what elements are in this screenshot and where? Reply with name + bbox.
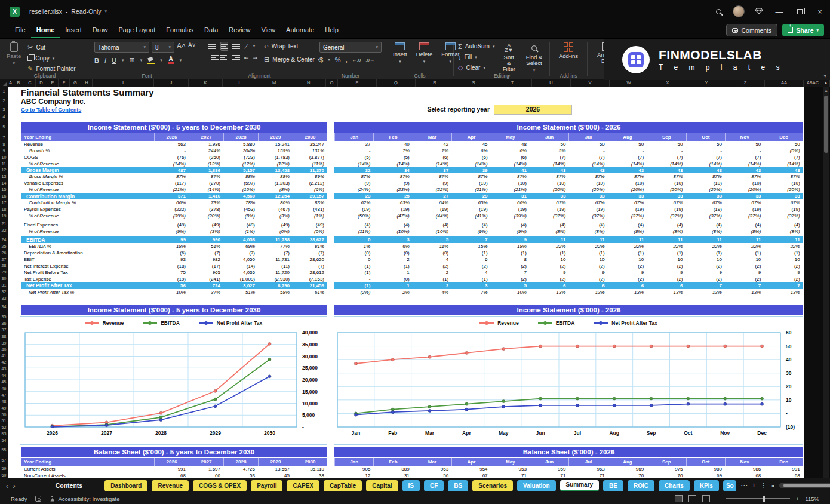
row-header-22[interactable]: 22 <box>0 228 8 233</box>
row-header-3[interactable]: 3 <box>0 107 8 113</box>
sheet-tab-so[interactable]: So <box>723 480 736 491</box>
column-header-I[interactable]: I <box>93 79 154 87</box>
row-header-51[interactable]: 51 <box>0 418 8 424</box>
row-header-31[interactable]: 31 <box>0 282 8 288</box>
number-format-select[interactable]: General▾ <box>319 42 382 53</box>
table-of-contents-link[interactable]: Go to Table of Contents <box>21 107 81 113</box>
currency-icon[interactable]: $ <box>319 56 323 63</box>
account-avatar[interactable] <box>728 0 749 23</box>
font-name-select[interactable]: Tahoma▾ <box>94 42 149 53</box>
row-header-1[interactable]: 1 <box>0 88 8 94</box>
sheet-tab-capital[interactable]: Capital <box>366 480 398 491</box>
zoom-level[interactable]: 115% <box>805 496 819 502</box>
paste-button[interactable]: Paste▾ <box>4 42 23 67</box>
sheet-tab-charts[interactable]: Charts <box>659 480 690 491</box>
row-header-39[interactable]: 39 <box>0 340 8 346</box>
sheet-tab-valuation[interactable]: Valuation <box>517 480 555 491</box>
align-middle-icon[interactable] <box>220 42 228 51</box>
column-header-G[interactable]: G <box>70 79 81 87</box>
normal-view-icon[interactable] <box>675 495 683 502</box>
align-bottom-icon[interactable] <box>232 44 240 49</box>
zoom-out-icon[interactable]: − <box>716 496 720 502</box>
wrap-text-button[interactable]: ↩Wrap Text <box>264 42 319 51</box>
column-header-E[interactable]: E <box>47 79 59 87</box>
sheet-tab-summary[interactable]: Summary <box>560 480 600 491</box>
row-header-26[interactable]: 26 <box>0 250 8 256</box>
row-header-46[interactable]: 46 <box>0 386 8 392</box>
macro-record-icon[interactable] <box>35 496 41 502</box>
search-button[interactable] <box>708 0 728 23</box>
sheet-tab-cf[interactable]: CF <box>424 480 444 491</box>
column-header-A[interactable]: A <box>8 79 13 87</box>
column-header-R[interactable]: R <box>416 79 454 87</box>
find-select-button[interactable]: Find & Select▾ <box>523 42 545 74</box>
row-header-12[interactable]: 12 <box>0 167 8 173</box>
more-tabs-icon[interactable]: ⋯ <box>740 481 748 490</box>
tabs-next-icon[interactable]: › <box>13 481 15 490</box>
sheet-tab-cogs-opex[interactable]: COGS & OPEX <box>193 480 247 491</box>
sheet-tab-be[interactable]: BE <box>603 480 623 491</box>
menu-item-draw[interactable]: Draw <box>87 23 113 38</box>
premium-gem-button[interactable] <box>749 0 769 23</box>
clear-button[interactable]: ◇Clear▾ <box>458 63 494 72</box>
accessibility-status[interactable]: Accessibility: Investigate <box>58 496 119 502</box>
close-button[interactable]: × <box>810 0 830 23</box>
zoom-slider[interactable] <box>726 498 790 499</box>
decrease-decimal-icon[interactable]: .0→ <box>365 57 374 63</box>
row-header-55[interactable]: 55 <box>0 447 8 453</box>
collapse-ribbon-icon[interactable]: ▾ <box>823 73 826 79</box>
align-right-icon[interactable] <box>232 55 240 60</box>
column-header-S[interactable]: S <box>454 79 493 87</box>
font-size-select[interactable]: 8▾ <box>152 42 174 53</box>
bold-button[interactable]: B <box>94 57 99 64</box>
horizontal-scroll-thumb[interactable] <box>783 484 830 487</box>
row-header-53[interactable]: 53 <box>0 431 8 437</box>
align-center-icon[interactable] <box>220 55 228 60</box>
row-header-28[interactable]: 28 <box>0 263 8 269</box>
row-header-48[interactable]: 48 <box>0 399 8 405</box>
comments-button[interactable]: Comments <box>726 24 778 36</box>
scroll-up-corner-icon[interactable]: ▲ <box>822 79 830 87</box>
select-all-corner[interactable] <box>0 79 8 87</box>
zoom-slider-thumb[interactable] <box>763 496 765 502</box>
tabs-prev-icon[interactable]: ‹ <box>6 481 8 490</box>
column-header-U[interactable]: U <box>532 79 571 87</box>
row-header-47[interactable]: 47 <box>0 392 8 398</box>
sheet-tab-captable[interactable]: CapTable <box>324 480 362 491</box>
share-button[interactable]: Share▾ <box>782 24 824 36</box>
column-header-Y[interactable]: Y <box>687 79 726 87</box>
column-header-P[interactable]: P <box>338 79 377 87</box>
hscroll-left-icon[interactable]: ◂ <box>771 483 774 488</box>
sheet-tab-kpis[interactable]: KPIs <box>694 480 719 491</box>
column-header-F[interactable]: F <box>59 79 70 87</box>
row-header-30[interactable]: 30 <box>0 276 8 282</box>
increase-indent-icon[interactable]: ⇥ <box>253 55 258 61</box>
fill-color-icon[interactable] <box>147 57 155 63</box>
row-header-2[interactable]: 2 <box>0 98 8 104</box>
sheet-tab-is[interactable]: IS <box>402 480 420 491</box>
align-top-icon[interactable] <box>208 44 216 49</box>
row-header-9[interactable]: 9 <box>0 148 8 154</box>
row-header-36[interactable]: 36 <box>0 321 8 327</box>
format-painter-button[interactable]: ✎Format Painter <box>27 64 75 73</box>
increase-decimal-icon[interactable]: ←.0 <box>352 57 361 63</box>
column-header-Q[interactable]: Q <box>377 79 416 87</box>
row-header-42[interactable]: 42 <box>0 359 8 365</box>
column-header-Z[interactable]: Z <box>726 79 765 87</box>
cut-button[interactable]: ✂Cut <box>27 43 75 52</box>
restore-button[interactable] <box>789 0 810 23</box>
column-header-ABAC[interactable]: ABAC <box>804 79 822 87</box>
column-header-N[interactable]: N <box>291 79 326 87</box>
row-header-27[interactable]: 27 <box>0 257 8 263</box>
copy-button[interactable]: Copy▾ <box>27 54 75 63</box>
row-header-45[interactable]: 45 <box>0 379 8 385</box>
align-left-icon[interactable] <box>208 55 216 60</box>
sheet-tab-dashboard[interactable]: Dashboard <box>104 480 147 491</box>
row-header-15[interactable]: 15 <box>0 187 8 193</box>
row-header-5[interactable]: 5 <box>0 124 8 130</box>
sheet-tab-payroll[interactable]: Payroll <box>251 480 282 491</box>
vertical-scrollbar[interactable]: ▲ <box>823 87 829 478</box>
decrease-indent-icon[interactable]: ⇤ <box>244 55 249 61</box>
row-header-33[interactable]: 33 <box>0 296 8 302</box>
column-header-B[interactable]: B <box>13 79 24 87</box>
